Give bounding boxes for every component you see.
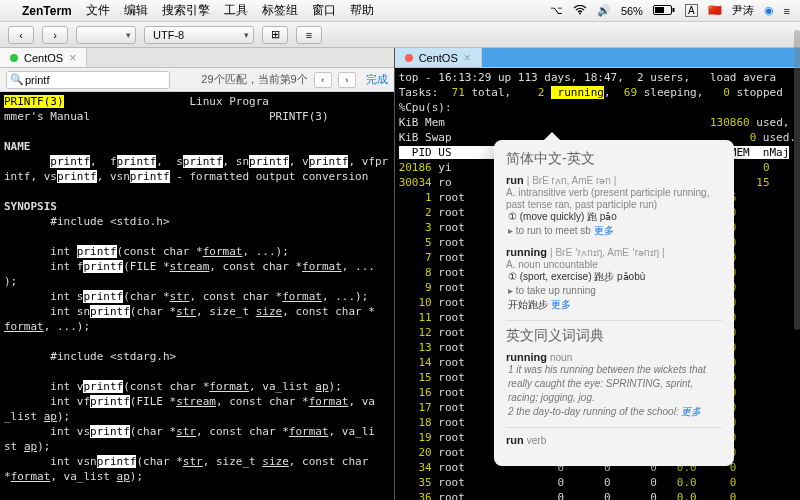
toolbar-back-button[interactable]: ‹ [8, 26, 34, 44]
man-syn-h: SYNOPSIS [4, 200, 57, 213]
status-icons: ⌥ 🔊 56% A 🇨🇳 尹涛 ◉ ≡ [550, 3, 790, 18]
dict-e1-d1: ① (move quickly) 跑 pǎo [508, 210, 722, 224]
tab-status-dot [405, 54, 413, 62]
left-tab[interactable]: CentOS × [0, 48, 87, 67]
dict-e3-pos: noun [550, 352, 572, 363]
svg-point-0 [579, 12, 581, 14]
menu-file[interactable]: 文件 [86, 2, 110, 19]
app-toolbar: ‹ › UTF-8 ⊞ ≡ [0, 22, 800, 48]
menu-window[interactable]: 窗口 [312, 2, 336, 19]
dict-e3-d2: 2 the day-to-day running of the school: … [508, 405, 722, 419]
volume-icon[interactable]: 🔊 [597, 4, 611, 17]
inc1: #include <stdio.h> [4, 215, 170, 228]
inc2: #include <stdarg.h> [4, 350, 176, 363]
dict-title-2: 英文同义词词典 [506, 327, 722, 345]
right-tab-label: CentOS [419, 52, 458, 64]
menu-tabgroup[interactable]: 标签组 [262, 2, 298, 19]
a-icon[interactable]: A [685, 4, 698, 17]
top-l1: top - 16:13:29 up 113 days, 18:47, 2 use… [399, 71, 777, 84]
match-info: 29个匹配，当前第9个 [201, 72, 307, 87]
system-scrollbar[interactable] [794, 30, 800, 330]
man-header-right: PRINTF(3) [269, 110, 329, 123]
left-terminal[interactable]: PRINTF(3) Linux Progra mmer's Manual PRI… [0, 92, 394, 500]
macos-menubar: ZenTerm 文件 编辑 搜索引擎 工具 标签组 窗口 帮助 ⌥ 🔊 56% … [0, 0, 800, 22]
search-done[interactable]: 完成 [366, 72, 388, 87]
man-name-h: NAME [4, 140, 31, 153]
alt-icon[interactable]: ⌥ [550, 4, 563, 17]
battery-pct: 56% [621, 5, 643, 17]
dict-e2-pos: A. noun uncountable [506, 259, 598, 270]
menu-tools[interactable]: 工具 [224, 2, 248, 19]
search-prev[interactable]: ‹ [314, 72, 332, 88]
left-tabbar: CentOS × [0, 48, 394, 68]
dict-e2-d1: ① (sport, exercise) 跑步 pǎobù [508, 270, 722, 284]
tab-status-dot [10, 54, 18, 62]
tab-close-icon[interactable]: × [464, 51, 471, 65]
dict-e4-hw[interactable]: run [506, 434, 524, 446]
right-pane: CentOS × top - 16:13:29 up 113 days, 18:… [395, 48, 800, 500]
encoding-label: UTF-8 [153, 29, 184, 41]
toolbar-select-1[interactable] [76, 26, 136, 44]
toolbar-btn-a[interactable]: ⊞ [262, 26, 288, 44]
user-name[interactable]: 尹涛 [732, 3, 754, 18]
toolbar-btn-b[interactable]: ≡ [296, 26, 322, 44]
search-bar: 🔍 29个匹配，当前第9个 ‹ › 完成 [0, 68, 394, 92]
tab-close-icon[interactable]: × [69, 51, 76, 65]
dict-e2-d2: ▸ to take up running [508, 284, 722, 298]
dict-e2-hw[interactable]: running [506, 246, 547, 258]
battery-icon[interactable] [653, 5, 675, 17]
search-icon: 🔍 [10, 73, 24, 86]
dictionary-popover: 简体中文-英文 run | BrE rʌn, AmE rən | A. intr… [494, 140, 734, 466]
dict-e3-hw[interactable]: running [506, 351, 547, 363]
left-tab-label: CentOS [24, 52, 63, 64]
toolbar-fwd-button[interactable]: › [42, 26, 68, 44]
flag-icon[interactable]: 🇨🇳 [708, 4, 722, 17]
menu-search[interactable]: 搜索引擎 [162, 2, 210, 19]
search-next[interactable]: › [338, 72, 356, 88]
encoding-select[interactable]: UTF-8 [144, 26, 254, 44]
app-name[interactable]: ZenTerm [22, 4, 72, 18]
dict-e1-hw[interactable]: run [506, 174, 524, 186]
wifi-icon[interactable] [573, 5, 587, 17]
dict-e1-pos: A. intransitive verb (present participle… [506, 187, 709, 210]
dict-e2-pron: | BrE ˈrʌnɪŋ, AmE ˈrənɪŋ | [550, 247, 665, 258]
dict-e4-pos: verb [527, 435, 546, 446]
right-tabbar: CentOS × [395, 48, 800, 68]
left-pane: CentOS × 🔍 29个匹配，当前第9个 ‹ › 完成 PRINTF(3) … [0, 48, 395, 500]
spotlight-icon[interactable]: ◉ [764, 4, 774, 17]
man-header-mid: Linux Progra [189, 95, 268, 108]
dict-e1-d2: ▸ to run to meet sb 更多 [508, 224, 722, 238]
menu-help[interactable]: 帮助 [350, 2, 374, 19]
search-input[interactable] [6, 71, 170, 89]
man-header-left: PRINTF(3) [4, 95, 64, 108]
dict-e3-d1: 1 it was his running between the wickets… [508, 363, 722, 405]
svg-rect-3 [672, 8, 674, 12]
dict-title-1: 简体中文-英文 [506, 150, 722, 168]
menu-extra-icon[interactable]: ≡ [784, 5, 790, 17]
right-tab[interactable]: CentOS × [395, 48, 482, 67]
man-mmer: mmer's Manual [4, 110, 90, 123]
menu-edit[interactable]: 编辑 [124, 2, 148, 19]
dict-e2-d3: 开始跑步 更多 [508, 298, 722, 312]
dict-e1-pron: | BrE rʌn, AmE rən | [527, 175, 616, 186]
svg-rect-2 [655, 7, 664, 13]
